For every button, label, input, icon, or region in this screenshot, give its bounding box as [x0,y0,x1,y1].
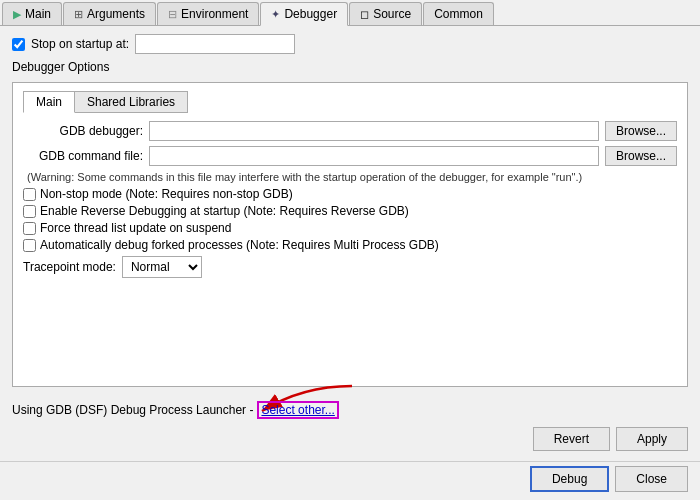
tracepoint-label: Tracepoint mode: [23,260,116,274]
tab-environment[interactable]: ⊟ Environment [157,2,259,25]
gdb-command-label: GDB command file: [23,149,143,163]
checkbox-auto-forked: Automatically debug forked processes (No… [23,238,677,252]
inner-tab-main-label: Main [36,95,62,109]
tab-arguments-label: Arguments [87,7,145,21]
tab-arguments[interactable]: ⊞ Arguments [63,2,156,25]
reverse-debug-label: Enable Reverse Debugging at startup (Not… [40,204,409,218]
launcher-container: Using GDB (DSF) Debug Process Launcher -… [12,401,688,419]
gdb-debugger-row: GDB debugger: gdb Browse... [23,121,677,141]
inner-tab-main[interactable]: Main [23,91,75,113]
close-button[interactable]: Close [615,466,688,492]
debug-button[interactable]: Debug [530,466,609,492]
select-other-link[interactable]: Select other... [257,401,338,419]
section-label: Debugger Options [12,60,688,74]
inner-tab-bar: Main Shared Libraries [23,91,677,113]
debugger-options-group: Main Shared Libraries GDB debugger: gdb … [12,82,688,387]
tracepoint-row: Tracepoint mode: Normal Fast Slow [23,256,677,278]
nonstop-label: Non-stop mode (Note: Requires non-stop G… [40,187,293,201]
tab-source[interactable]: ◻ Source [349,2,422,25]
warning-text: (Warning: Some commands in this file may… [23,171,677,183]
force-thread-label: Force thread list update on suspend [40,221,231,235]
tab-main[interactable]: ▶ Main [2,2,62,25]
auto-forked-label: Automatically debug forked processes (No… [40,238,439,252]
checkbox-nonstop: Non-stop mode (Note: Requires non-stop G… [23,187,677,201]
force-thread-checkbox[interactable] [23,222,36,235]
bottom-area: Using GDB (DSF) Debug Process Launcher -… [0,395,700,461]
environment-icon: ⊟ [168,8,177,21]
stop-label: Stop on startup at: [31,37,129,51]
inner-tab-shared-libraries[interactable]: Shared Libraries [74,91,188,113]
startup-row: Stop on startup at: main [12,34,688,54]
launcher-row: Using GDB (DSF) Debug Process Launcher -… [12,401,688,419]
gdb-command-input[interactable]: .gdbinit [149,146,599,166]
apply-button[interactable]: Apply [616,427,688,451]
nonstop-checkbox[interactable] [23,188,36,201]
source-icon: ◻ [360,8,369,21]
debug-close-row: Debug Close [0,461,700,500]
dialog: ▶ Main ⊞ Arguments ⊟ Environment ✦ Debug… [0,0,700,500]
tab-debugger[interactable]: ✦ Debugger [260,2,348,26]
main-content: Stop on startup at: main Debugger Option… [0,26,700,395]
tracepoint-select[interactable]: Normal Fast Slow [122,256,202,278]
inner-tab-shared-libraries-label: Shared Libraries [87,95,175,109]
arguments-icon: ⊞ [74,8,83,21]
gdb-command-row: GDB command file: .gdbinit Browse... [23,146,677,166]
startup-input[interactable]: main [135,34,295,54]
tab-source-label: Source [373,7,411,21]
checkbox-force-thread: Force thread list update on suspend [23,221,677,235]
tab-main-label: Main [25,7,51,21]
stop-checkbox[interactable] [12,38,25,51]
reverse-debug-checkbox[interactable] [23,205,36,218]
main-icon: ▶ [13,8,21,21]
auto-forked-checkbox[interactable] [23,239,36,252]
gdb-debugger-label: GDB debugger: [23,124,143,138]
gdb-command-browse-button[interactable]: Browse... [605,146,677,166]
top-tab-bar: ▶ Main ⊞ Arguments ⊟ Environment ✦ Debug… [0,0,700,26]
revert-apply-row: Revert Apply [12,423,688,455]
launcher-text: Using GDB (DSF) Debug Process Launcher - [12,403,253,417]
tab-environment-label: Environment [181,7,248,21]
tab-common-label: Common [434,7,483,21]
gdb-debugger-input[interactable]: gdb [149,121,599,141]
tab-debugger-label: Debugger [284,7,337,21]
gdb-debugger-browse-button[interactable]: Browse... [605,121,677,141]
revert-button[interactable]: Revert [533,427,610,451]
checkbox-reverse-debug: Enable Reverse Debugging at startup (Not… [23,204,677,218]
tab-common[interactable]: Common [423,2,494,25]
debugger-icon: ✦ [271,8,280,21]
